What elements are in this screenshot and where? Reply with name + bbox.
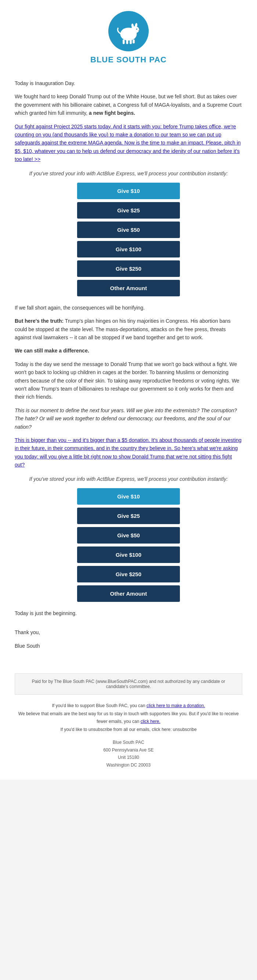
donate-10-btn-2[interactable]: Give $10	[77, 488, 180, 505]
cta-link-2[interactable]: This is bigger than you -- and it's bigg…	[15, 436, 242, 469]
donate-other-btn-1[interactable]: Other Amount	[77, 280, 180, 296]
donate-25-btn-2[interactable]: Give $25	[77, 508, 180, 524]
footer-address-line2: 600 Pennsylvania Ave SE	[15, 746, 242, 754]
svg-rect-5	[126, 39, 129, 44]
svg-rect-6	[129, 39, 132, 44]
intro-line2-bold: a new fight begins.	[89, 110, 135, 116]
footer-disclaimer-box: Paid for by The Blue South PAC (www.Blue…	[15, 673, 242, 695]
footer-unsubscribe-text: If you'd like to unsubscribe from all ou…	[60, 727, 196, 732]
donate-25-btn-1[interactable]: Give $25	[77, 202, 180, 219]
donate-10-btn-1[interactable]: Give $10	[77, 183, 180, 199]
footer-belief-text: We believe that emails are the best way …	[18, 711, 239, 724]
footer-support-link[interactable]: click here to make a donation.	[147, 703, 205, 708]
cta-link-1-anchor[interactable]: Our fight against Project 2025 starts to…	[15, 124, 241, 162]
body-p5: This is our moment to define the next fo…	[15, 406, 242, 431]
footer-fewer-emails-link[interactable]: click here.	[140, 719, 160, 724]
donate-250-btn-2[interactable]: Give $250	[77, 566, 180, 582]
body-p3-bold: We can still make a difference.	[15, 348, 89, 353]
footer-address-line3: Unit 15180	[15, 754, 242, 761]
email-container: BLUE SOUTH PAC Today is Inauguration Day…	[0, 0, 257, 780]
footer-unsubscribe-line: If you'd like to unsubscribe from all ou…	[15, 726, 242, 734]
donate-100-btn-1[interactable]: Give $100	[77, 241, 180, 258]
cta-link-1[interactable]: Our fight against Project 2025 starts to…	[15, 123, 242, 164]
footer-belief-line: We believe that emails are the best way …	[15, 710, 242, 726]
donate-other-btn-2[interactable]: Other Amount	[77, 585, 180, 602]
intro-line2: We fought hard to keep Donald Trump out …	[15, 92, 242, 117]
donation-buttons-set-1: Give $10 Give $25 Give $50 Give $100 Giv…	[77, 183, 180, 296]
svg-point-8	[136, 29, 137, 30]
body-p3: We can still make a difference.	[15, 347, 242, 355]
actblue-note-2: If you've stored your info with ActBlue …	[15, 475, 242, 483]
footer-links: If you'd like to support Blue South PAC,…	[0, 698, 257, 736]
intro-line1: Today is Inauguration Day.	[15, 79, 242, 87]
svg-point-9	[138, 30, 139, 31]
donkey-logo-icon	[114, 16, 143, 46]
footer-support-line: If you'd like to support Blue South PAC,…	[15, 702, 242, 710]
donate-50-btn-2[interactable]: Give $50	[77, 527, 180, 544]
main-content: Today is Inauguration Day. We fought har…	[0, 72, 257, 662]
cta-link-2-anchor[interactable]: This is bigger than you -- and it's bigg…	[15, 437, 241, 468]
logo-circle	[108, 11, 149, 51]
closing-line3: Blue South	[15, 642, 242, 650]
footer-address-line4: Washington DC 20003	[15, 761, 242, 769]
svg-rect-4	[123, 39, 125, 44]
body-p1: If we fall short again, the consequences…	[15, 304, 242, 312]
body-p4: Today is the day we send the message to …	[15, 360, 242, 401]
body-p5-italic: This is our moment to define the next fo…	[15, 407, 237, 430]
body-p2: But here's the truth: Trump's plan hinge…	[15, 317, 242, 342]
footer-address: Blue South PAC 600 Pennsylvania Ave SE U…	[0, 736, 257, 780]
actblue-note-1: If you've stored your info with ActBlue …	[15, 169, 242, 178]
donate-50-btn-1[interactable]: Give $50	[77, 221, 180, 238]
closing-line2: Thank you,	[15, 628, 242, 636]
footer-disclaimer-text: Paid for by The Blue South PAC (www.Blue…	[32, 679, 225, 689]
donate-100-btn-2[interactable]: Give $100	[77, 546, 180, 563]
org-name: BLUE SOUTH PAC	[7, 55, 250, 65]
body-p2-bold: But here's the truth:	[15, 318, 64, 324]
donation-buttons-set-2: Give $10 Give $25 Give $50 Give $100 Giv…	[77, 488, 180, 602]
footer-support-text: If you'd like to support Blue South PAC,…	[52, 703, 145, 708]
footer-address-line1: Blue South PAC	[15, 739, 242, 746]
svg-rect-7	[132, 39, 135, 43]
closing-line1: Today is just the beginning.	[15, 609, 242, 617]
donate-250-btn-1[interactable]: Give $250	[77, 260, 180, 277]
header: BLUE SOUTH PAC	[0, 0, 257, 72]
